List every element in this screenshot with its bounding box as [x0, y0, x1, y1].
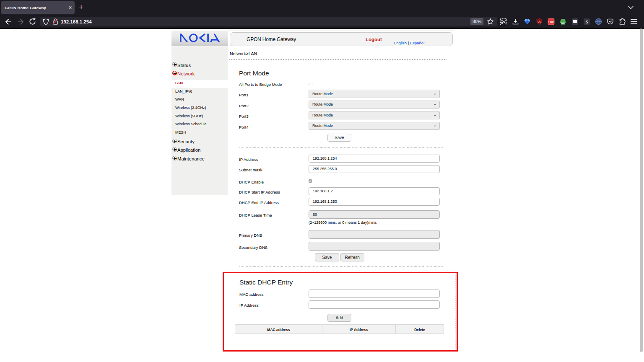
svg-text:Ub: Ub	[538, 20, 541, 23]
svg-text:FWD: FWD	[548, 21, 553, 23]
svg-text:S: S	[585, 19, 588, 24]
